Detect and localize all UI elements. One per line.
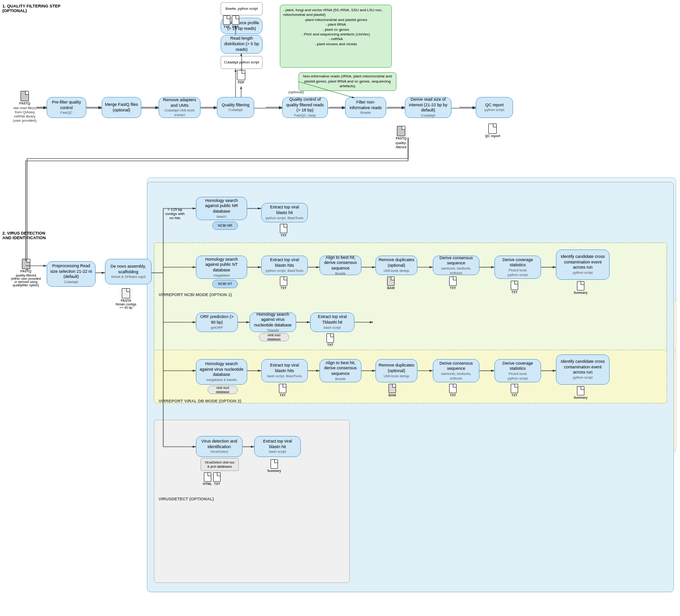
- ncbi-nr-badge: NCBI NR: [212, 221, 238, 230]
- txt-pdf-icons: TXT PDF: [223, 15, 239, 28]
- align-best-vdb-label: Align to best hit, derive consensus sequ…: [322, 360, 359, 377]
- txt-icon-nt: TXT: [280, 277, 287, 290]
- extract-top-nt-label: Extract top viral blastn hits: [264, 257, 305, 268]
- extract-top-nr-label: Extract top viral blastx hit: [264, 205, 305, 215]
- ncbi-nt-badge: NCBI NT: [212, 280, 238, 288]
- virusdetect-bg: [154, 420, 350, 583]
- qc-report-label: QC report: [485, 103, 504, 108]
- denovo-box: De novo assembly, scaffolding Velvet & S…: [105, 259, 152, 284]
- summary-icon-vdb: Summary: [574, 386, 588, 399]
- derive-coverage-vdb-label: Derive coverage statistics: [497, 361, 538, 372]
- txt-icon-consensus-nt: TXT: [449, 277, 457, 290]
- orf-prediction-tool: getORF: [211, 325, 223, 330]
- remove-adapters-box: Remove adapters and UMIs Cutadapt UMI-to…: [159, 97, 201, 118]
- section1-label: 1. QUALITY FILTERING STEP(OPTIONAL): [2, 4, 61, 13]
- qc-report-box: QC report python script: [476, 97, 513, 118]
- fastq-input: FASTQ raw read file(s)from QIAseqmiRNA l…: [8, 91, 41, 123]
- cutadapt-python-box: Cutadapt python script: [221, 56, 263, 69]
- extract-top-vdb-tool: bash script, BlastTools: [267, 374, 302, 379]
- preprocessing-box: Preprocessing Read size selection 21-22 …: [47, 261, 96, 287]
- extract-top-nr-tool: python script, BlastTools: [266, 216, 304, 221]
- extract-top-tblastn-label: Extract top viral TblastN hit: [313, 314, 352, 325]
- remove-dup-vdb-tool: UMI-tools dedup: [383, 374, 409, 379]
- txt-icon-tblastn: TXT: [326, 333, 334, 346]
- align-best-nt-tool: Bowtie: [335, 271, 346, 276]
- identify-candidate-vdb-box: Identify candidate cross contamination e…: [556, 354, 610, 385]
- homology-nt-box: Homology search against public NT databa…: [196, 256, 247, 279]
- non-informative-note-text: Non-informative reads (rRNA, plant mitoc…: [301, 74, 394, 89]
- main-container: 1. QUALITY FILTERING STEP(OPTIONAL) 2. V…: [0, 0, 680, 616]
- remove-adapters-tool: Cutadapt UMI-tools extract: [161, 108, 198, 118]
- derive-read-size-label: Derive read size of interest (21-22 bp b…: [408, 97, 449, 113]
- read-length-box: Read length distribution (> 5 bp reads): [221, 35, 263, 54]
- derive-consensus-nt-tool: samtools, bedtools, bcftools: [436, 266, 477, 276]
- derive-coverage-vdb-box: Derive coverage statistics Picard tools …: [494, 359, 541, 382]
- derive-coverage-vdb-tool1: Picard tools: [508, 372, 527, 376]
- viral-nucl-orf-label: viral nucl database: [262, 333, 286, 341]
- derive-coverage-vdb-tool2: python script: [508, 376, 528, 381]
- txt-icon-coverage-vdb: TXT: [511, 384, 518, 397]
- derive-coverage-nt-tool2: python script: [508, 273, 528, 277]
- bowtie-python-label: Bowtie, python script: [225, 7, 257, 11]
- fastq-s2-input: FASTQ quality-filtered(either user provi…: [8, 259, 43, 287]
- extract-top-virusdetect-label: Extract top viral blastn hit: [257, 439, 298, 450]
- extract-top-nt-box: Extract top viral blastn hits python scr…: [261, 256, 308, 275]
- merge-fastq-box: Merge FastQ files (optional): [102, 97, 141, 118]
- homology-virus-nt-box: Homology search against virus nucleotide…: [196, 359, 247, 385]
- denovo-tool: Velvet & SPAdes cap3: [111, 275, 146, 279]
- homology-virus-orf-tool: TblastN: [267, 328, 279, 333]
- section2-label: 2. VIRUS DETECTIONAND IDENTIFICATION: [2, 231, 46, 240]
- fastq-quality-filtered: FASTQ quality-filtered: [396, 126, 407, 149]
- non-informative-note: Non-informative reads (rRNA, plant mitoc…: [298, 72, 396, 91]
- extract-top-tblastn-tool: bash script: [324, 325, 340, 330]
- derive-coverage-nt-box: Derive coverage statistics Picard tools …: [494, 256, 541, 279]
- homology-virus-nt-tool: megablast & blastN: [206, 378, 236, 382]
- pre-filter-box: Pre-filter quality control FastQC: [47, 97, 86, 118]
- qc-control-label: Quality control of quality filtered read…: [285, 97, 325, 113]
- align-best-vdb-box: Align to best hit, derive consensus sequ…: [319, 359, 361, 382]
- filter-item-6: - miRNA: [329, 37, 343, 42]
- homology-nr-tool: blastX: [217, 215, 227, 219]
- filter-item-1: - plant, fungi and vector rRNA (5S rRNA,…: [283, 8, 389, 18]
- viral-nucl-badge-vdb: viral nucl database: [208, 386, 238, 394]
- virusdetect-detect-tool: VirusDetect: [210, 450, 229, 454]
- derive-read-size-box: Derive read size of interest (21-22 bp b…: [405, 97, 451, 118]
- virreport-viraldb-label: VIRREPORT VIRAL DB MODE (OPTION 2): [159, 399, 241, 403]
- filter-item-2: -plant mitochondrial and plastid genes: [305, 18, 368, 22]
- bowtie-python-box: Bowtie, python script: [221, 2, 263, 15]
- align-best-vdb-tool: Bowtie: [335, 377, 346, 381]
- derive-coverage-nt-label: Derive coverage statistics: [497, 257, 538, 268]
- quality-filtering-tool: Cutadapt: [229, 108, 243, 112]
- non-informative-list: - plant, fungi and vector rRNA (5S rRNA,…: [280, 5, 392, 68]
- qc-control-tool: FastQC, fastp: [294, 113, 316, 118]
- bam-icon-vdb: BAM: [389, 384, 396, 397]
- derive-consensus-vdb-label: Derive consensus sequence: [436, 361, 477, 372]
- remove-dup-vdb-label: Remove duplicates (optional): [378, 363, 415, 374]
- filter-non-informative-tool: Bowtie: [361, 111, 371, 115]
- identify-candidate-vdb-label: Identify candidate cross contamination e…: [559, 359, 607, 375]
- filter-item-5: - PhiX and sequencing artefacts (UniVec): [302, 32, 370, 37]
- homology-nt-tool: megablast: [214, 273, 230, 278]
- remove-dup-nt-tool: UMI-tools dedup: [383, 269, 409, 273]
- viral-nucl-badge-orf: viral nucl database: [259, 333, 289, 341]
- quality-filtering-label: Quality filtering: [222, 103, 250, 108]
- contigs-115bp-label: > 115 bpcontigs withno hits: [159, 208, 191, 220]
- homology-virus-nt-label: Homology search against virus nucleotide…: [199, 361, 244, 378]
- txt-icon-vdb-extract: TXT: [279, 384, 286, 397]
- extract-top-nt-tool: python script, BlastTools: [266, 269, 304, 273]
- virreport-ncbi-label: VIRREPORT NCBI MODE (OPTION 1): [159, 292, 232, 297]
- extract-top-vdb-label: Extract top viral blastn hits: [264, 363, 305, 374]
- summary-icon-nt: Summary: [574, 281, 588, 294]
- identify-candidate-nt-label: Identify candidate cross contamination e…: [559, 254, 607, 270]
- ncbi-nr-label: NCBI NR: [218, 223, 232, 228]
- merge-label: Merge FastQ files (optional): [104, 102, 139, 113]
- align-best-nt-label: Align to best hit, derive consensus sequ…: [322, 255, 359, 271]
- remove-dup-vdb-box: Remove duplicates (optional) UMI-tools d…: [375, 359, 417, 382]
- filter-item-7: - plant viruses and viroids: [315, 42, 357, 47]
- derive-consensus-nt-label: Derive consensus sequence: [436, 256, 477, 266]
- remove-dup-nt-box: Remove duplicates (optional) UMI-tools d…: [375, 256, 417, 275]
- align-best-nt-box: Align to best hit, derive consensus sequ…: [319, 256, 361, 275]
- virusdetect-detect-box: Virus detection and identification Virus…: [196, 436, 243, 457]
- pre-filter-label: Pre-filter quality control: [49, 100, 83, 111]
- derive-coverage-nt-tool1: Picard tools: [508, 268, 527, 273]
